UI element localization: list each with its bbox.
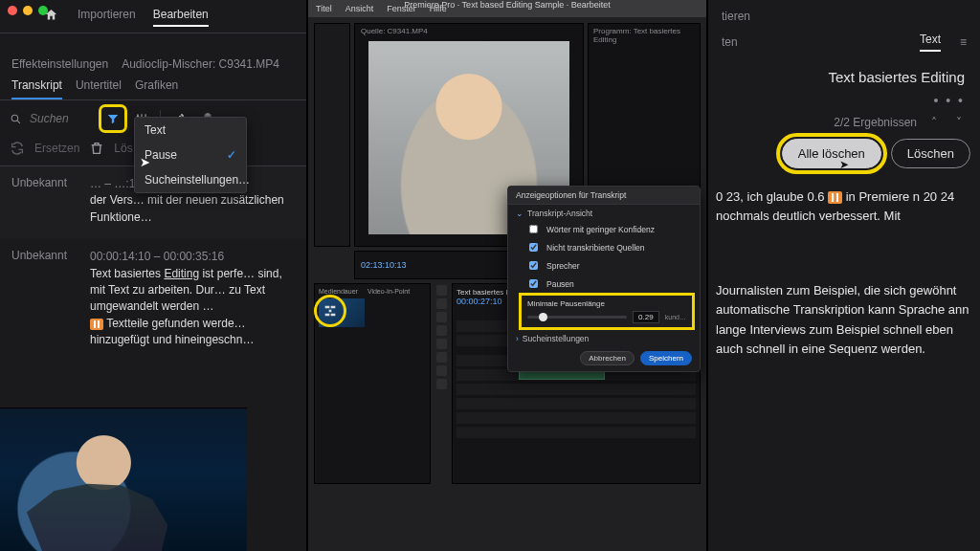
filter-dropdown: Text Pause✓ Sucheinstellungen… [134, 117, 247, 193]
speaker-label: Unbekannt [11, 176, 80, 226]
filter-option-text[interactable]: Text [135, 118, 246, 143]
tab-text[interactable]: Text [920, 33, 941, 52]
opt-untranscribed[interactable]: Nicht transkribierte Quellen [508, 238, 700, 256]
filter-icon[interactable] [102, 108, 123, 129]
next-result-icon[interactable]: ˅ [951, 116, 967, 129]
slider-value[interactable]: 0.29 [633, 311, 659, 323]
selection-tool-icon[interactable] [436, 285, 447, 296]
menu-window[interactable]: Fenster [387, 4, 416, 13]
cursor-icon: ➤ [839, 158, 849, 171]
mac-menubar: Titel Ansicht Fenster Hilfe Premiere Pro… [308, 0, 706, 17]
min-pause-slider[interactable] [527, 316, 627, 319]
transcript-text: 0 23, ich glaube 0.6 [716, 189, 828, 204]
filter-option-pause[interactable]: Pause✓ [135, 143, 246, 167]
filter-option-search-settings[interactable]: Sucheinstellungen… [135, 167, 246, 192]
delete-label: Lös [114, 142, 132, 155]
speaker-label: Unbekannt [11, 249, 80, 348]
project-col-inpoint: Video-In-Point [368, 288, 410, 295]
trash-icon[interactable] [89, 141, 104, 156]
search-input[interactable] [28, 111, 95, 126]
tab-effect-settings[interactable]: Effekteinstellungen [11, 57, 108, 71]
audio-track [457, 427, 696, 438]
audio-track [457, 398, 696, 409]
audio-track [457, 412, 696, 424]
transcript-paragraph[interactable]: Journalisten zum Beispiel, die sich gewö… [708, 276, 980, 364]
transcript-paragraph[interactable]: 0 23, ich glaube 0.6 in Premiere n 20 24… [708, 182, 980, 231]
razor-tool-icon[interactable] [436, 325, 447, 336]
tab-extra[interactable]: ten [722, 35, 738, 49]
source-timecode: 02:13:10:13 [361, 260, 407, 270]
tab-edit[interactable]: Bearbeiten [153, 8, 209, 27]
svg-point-0 [11, 115, 18, 121]
tab-graphics[interactable]: Grafiken [135, 78, 178, 99]
transcript-body: 00:00:14:10 – 00:00:35:16 Text basiertes… [90, 249, 295, 348]
transcript-display-options: Anzeigeoptionen für Transkript ⌄Transkri… [507, 186, 701, 372]
transcript-row[interactable]: Unbekannt 00:00:14:10 – 00:00:35:16 Text… [0, 239, 306, 362]
pause-marker-icon [90, 319, 103, 330]
transcript-text: der Vers… mit der neuen zusätzlichen Fun… [90, 193, 284, 223]
ripple-tool-icon[interactable] [436, 312, 447, 322]
refresh-icon[interactable] [10, 141, 25, 156]
min-pause-length-row: Minimale Pausenlänge 0.29 kund… [522, 296, 692, 327]
transcript-text: Text basiertes Editing ist perfe… sind, … [90, 267, 282, 314]
popover-section[interactable]: ⌄Transkript-Ansicht [508, 205, 700, 220]
results-text: 2/2 Ergebnissen [834, 116, 917, 129]
transcript-text: Textteile gefunden werde… hinzugefügt un… [90, 317, 254, 346]
tab-edit-partial[interactable]: tieren [722, 10, 750, 23]
type-tool-icon[interactable] [436, 379, 447, 389]
svg-line-1 [17, 121, 20, 123]
opt-low-confidence[interactable]: Wörter mit geringer Konfidenz [508, 220, 700, 238]
cancel-button[interactable]: Abbrechen [580, 351, 635, 365]
panel-menu-icon[interactable]: ≡ [960, 35, 967, 49]
popover-section-search[interactable]: ›Sucheinstellungen [508, 330, 700, 345]
more-options-icon[interactable]: • • • [708, 89, 980, 112]
program-label: Programm: Text basiertes Editing [589, 24, 700, 47]
presenter-thumbnail [0, 408, 247, 551]
slider-knob[interactable] [539, 313, 547, 321]
project-col-duration: Mediendauer [319, 288, 358, 295]
menu-help[interactable]: Hilfe [430, 4, 447, 13]
tab-transcript[interactable]: Transkript [11, 78, 62, 99]
delete-all-button[interactable]: Alle löschen ➤ [782, 139, 881, 168]
menu-title[interactable]: Titel [316, 4, 332, 13]
cursor-icon: ➤ [140, 155, 150, 169]
right-pane: tieren ten Text ≡ Text basiertes Editing… [708, 0, 980, 551]
workspace-tabs: Importieren Bearbeiten [0, 4, 306, 33]
sequence-heading: Text basiertes Editing [708, 59, 980, 89]
tab-audio-mixer[interactable]: Audioclip-Mischer: C9341.MP4 [122, 57, 279, 71]
search-icon [10, 113, 22, 125]
tab-subtitles[interactable]: Untertitel [76, 78, 122, 99]
track-select-tool-icon[interactable] [436, 298, 447, 309]
timeline-tools [434, 283, 448, 484]
transcript-search[interactable] [10, 111, 95, 126]
source-side-panel [314, 23, 350, 247]
pause-marker-icon [828, 191, 842, 204]
tab-import[interactable]: Importieren [78, 8, 136, 27]
pen-tool-icon[interactable] [436, 352, 447, 363]
slider-unit: kund… [665, 314, 686, 320]
search-results-count: 2/2 Ergebnissen ˄ ˅ [708, 112, 980, 139]
svg-rect-9 [206, 113, 210, 115]
left-pane: Importieren Bearbeiten Effekteinstellung… [0, 0, 306, 551]
prev-result-icon[interactable]: ˄ [926, 116, 942, 129]
opt-speaker[interactable]: Sprecher [508, 256, 700, 275]
result-actions: Alle löschen ➤ Löschen [708, 139, 980, 182]
slip-tool-icon[interactable] [436, 339, 447, 349]
home-icon[interactable] [44, 8, 58, 22]
save-button[interactable]: Speichern [640, 351, 692, 365]
hand-tool-icon[interactable] [436, 365, 447, 376]
right-sub-tabs: ten Text ≡ [708, 31, 980, 59]
slider-label: Minimale Pausenlänge [527, 299, 686, 308]
text-panel-tabs: Transkript Untertitel Grafiken [0, 71, 306, 100]
menu-view[interactable]: Ansicht [345, 4, 374, 13]
source-label: Quelle: C9341.MP4 [361, 27, 428, 35]
opt-pauses[interactable]: Pausen [508, 275, 700, 293]
audio-track [457, 384, 696, 395]
right-top-tabs: tieren [708, 0, 980, 31]
check-icon: ✓ [227, 148, 236, 162]
insert-tool-highlight[interactable] [314, 295, 346, 327]
delete-button[interactable]: Löschen [891, 139, 970, 168]
replace-label: Ersetzen [34, 142, 79, 155]
transcript-text: Journalisten zum Beispiel, die sich gewö… [716, 283, 969, 355]
popover-title: Anzeigeoptionen für Transkript [508, 187, 700, 205]
